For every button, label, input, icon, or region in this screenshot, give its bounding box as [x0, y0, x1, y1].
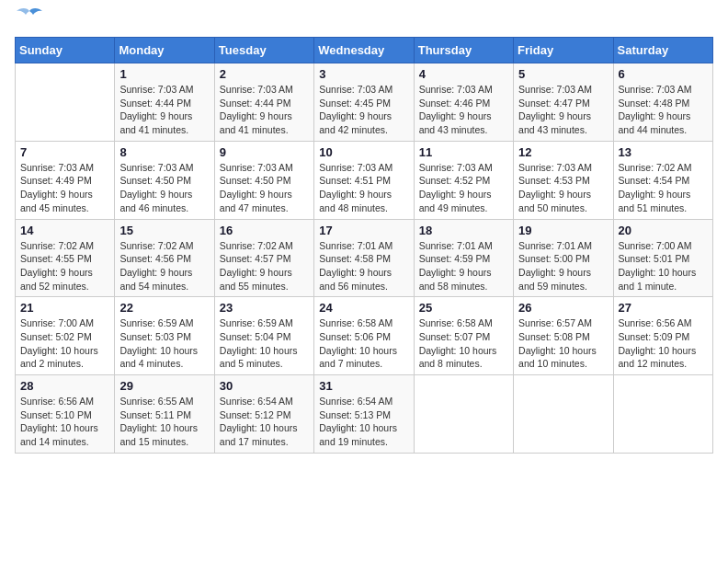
page-header [15, 15, 713, 26]
day-number: 17 [319, 224, 408, 237]
day-number: 19 [518, 224, 608, 237]
day-info: Sunrise: 7:02 AMSunset: 4:57 PMDaylight:… [220, 239, 309, 293]
calendar-cell [16, 63, 115, 142]
header-wednesday: Wednesday [314, 38, 414, 63]
day-number: 4 [419, 67, 508, 81]
day-info: Sunrise: 7:03 AMSunset: 4:53 PMDaylight:… [518, 161, 608, 215]
day-number: 16 [220, 224, 309, 237]
day-info: Sunrise: 7:03 AMSunset: 4:47 PMDaylight:… [518, 83, 608, 137]
header-tuesday: Tuesday [214, 38, 313, 63]
day-number: 20 [619, 224, 708, 237]
calendar-cell: 5Sunrise: 7:03 AMSunset: 4:47 PMDaylight… [514, 63, 613, 142]
calendar-week-4: 21Sunrise: 7:00 AMSunset: 5:02 PMDayligh… [16, 297, 713, 375]
day-info: Sunrise: 6:59 AMSunset: 5:03 PMDaylight:… [119, 316, 209, 371]
day-number: 27 [619, 301, 708, 315]
day-info: Sunrise: 7:03 AMSunset: 4:51 PMDaylight:… [319, 161, 408, 215]
calendar-cell: 13Sunrise: 7:02 AMSunset: 4:54 PMDayligh… [613, 141, 712, 219]
calendar-cell: 16Sunrise: 7:02 AMSunset: 4:57 PMDayligh… [214, 219, 313, 297]
day-info: Sunrise: 7:03 AMSunset: 4:49 PMDaylight:… [20, 161, 109, 215]
day-number: 22 [119, 301, 209, 315]
day-info: Sunrise: 7:02 AMSunset: 4:55 PMDaylight:… [20, 239, 109, 293]
calendar-cell: 18Sunrise: 7:01 AMSunset: 4:59 PMDayligh… [414, 219, 513, 297]
calendar-week-1: 1Sunrise: 7:03 AMSunset: 4:44 PMDaylight… [16, 63, 713, 142]
day-number: 30 [220, 379, 309, 393]
day-info: Sunrise: 6:54 AMSunset: 5:12 PMDaylight:… [220, 395, 309, 449]
day-info: Sunrise: 6:59 AMSunset: 5:04 PMDaylight:… [220, 316, 309, 371]
day-info: Sunrise: 6:56 AMSunset: 5:09 PMDaylight:… [619, 316, 708, 371]
header-thursday: Thursday [414, 38, 513, 63]
calendar-cell [613, 375, 712, 454]
calendar-cell: 2Sunrise: 7:03 AMSunset: 4:44 PMDaylight… [214, 63, 313, 142]
calendar-cell: 12Sunrise: 7:03 AMSunset: 4:53 PMDayligh… [514, 141, 613, 219]
day-number: 21 [20, 301, 109, 315]
day-info: Sunrise: 7:03 AMSunset: 4:44 PMDaylight:… [119, 83, 209, 137]
day-number: 8 [119, 145, 209, 159]
calendar-cell: 4Sunrise: 7:03 AMSunset: 4:46 PMDaylight… [414, 63, 513, 142]
day-number: 12 [518, 145, 608, 159]
day-number: 6 [619, 67, 708, 81]
day-info: Sunrise: 7:03 AMSunset: 4:50 PMDaylight:… [119, 161, 209, 215]
day-number: 24 [319, 301, 408, 315]
day-number: 18 [419, 224, 508, 237]
day-info: Sunrise: 7:02 AMSunset: 4:56 PMDaylight:… [119, 239, 209, 293]
calendar-cell: 26Sunrise: 6:57 AMSunset: 5:08 PMDayligh… [514, 297, 613, 375]
calendar-cell: 22Sunrise: 6:59 AMSunset: 5:03 PMDayligh… [115, 297, 214, 375]
calendar-cell: 29Sunrise: 6:55 AMSunset: 5:11 PMDayligh… [115, 375, 214, 454]
day-info: Sunrise: 7:02 AMSunset: 4:54 PMDaylight:… [619, 161, 708, 215]
calendar-cell: 15Sunrise: 7:02 AMSunset: 4:56 PMDayligh… [115, 219, 214, 297]
day-number: 9 [220, 145, 309, 159]
day-info: Sunrise: 7:03 AMSunset: 4:52 PMDaylight:… [419, 161, 508, 215]
day-info: Sunrise: 7:03 AMSunset: 4:45 PMDaylight:… [319, 83, 408, 137]
calendar-cell: 21Sunrise: 7:00 AMSunset: 5:02 PMDayligh… [16, 297, 115, 375]
day-info: Sunrise: 6:58 AMSunset: 5:06 PMDaylight:… [319, 316, 408, 371]
calendar-cell: 17Sunrise: 7:01 AMSunset: 4:58 PMDayligh… [314, 219, 414, 297]
calendar-cell: 14Sunrise: 7:02 AMSunset: 4:55 PMDayligh… [16, 219, 115, 297]
calendar-cell: 23Sunrise: 6:59 AMSunset: 5:04 PMDayligh… [214, 297, 313, 375]
calendar-cell: 27Sunrise: 6:56 AMSunset: 5:09 PMDayligh… [613, 297, 712, 375]
calendar-cell: 9Sunrise: 7:03 AMSunset: 4:50 PMDaylight… [214, 141, 313, 219]
day-info: Sunrise: 7:01 AMSunset: 5:00 PMDaylight:… [518, 239, 608, 293]
calendar-cell: 1Sunrise: 7:03 AMSunset: 4:44 PMDaylight… [115, 63, 214, 142]
day-info: Sunrise: 7:03 AMSunset: 4:46 PMDaylight:… [419, 83, 508, 137]
calendar-header-row: Sunday Monday Tuesday Wednesday Thursday… [16, 38, 713, 63]
header-monday: Monday [115, 38, 214, 63]
day-number: 5 [518, 67, 608, 81]
day-number: 11 [419, 145, 508, 159]
day-number: 15 [119, 224, 209, 237]
calendar-cell: 25Sunrise: 6:58 AMSunset: 5:07 PMDayligh… [414, 297, 513, 375]
day-number: 2 [220, 67, 309, 81]
calendar-cell: 3Sunrise: 7:03 AMSunset: 4:45 PMDaylight… [314, 63, 414, 142]
calendar-week-2: 7Sunrise: 7:03 AMSunset: 4:49 PMDaylight… [16, 141, 713, 219]
day-number: 1 [119, 67, 209, 81]
day-info: Sunrise: 7:01 AMSunset: 4:58 PMDaylight:… [319, 239, 408, 293]
day-number: 14 [20, 224, 109, 237]
calendar-week-5: 28Sunrise: 6:56 AMSunset: 5:10 PMDayligh… [16, 375, 713, 454]
day-number: 13 [619, 145, 708, 159]
day-number: 29 [119, 379, 209, 393]
day-number: 3 [319, 67, 408, 81]
calendar-cell [414, 375, 513, 454]
day-info: Sunrise: 7:00 AMSunset: 5:02 PMDaylight:… [20, 316, 109, 371]
calendar-table: Sunday Monday Tuesday Wednesday Thursday… [15, 37, 713, 454]
day-number: 28 [20, 379, 109, 393]
calendar-cell: 24Sunrise: 6:58 AMSunset: 5:06 PMDayligh… [314, 297, 414, 375]
calendar-cell: 20Sunrise: 7:00 AMSunset: 5:01 PMDayligh… [613, 219, 712, 297]
header-friday: Friday [514, 38, 613, 63]
header-saturday: Saturday [613, 38, 712, 63]
logo-bird-icon [17, 7, 42, 26]
calendar-cell: 6Sunrise: 7:03 AMSunset: 4:48 PMDaylight… [613, 63, 712, 142]
day-number: 23 [220, 301, 309, 315]
header-sunday: Sunday [16, 38, 115, 63]
day-number: 26 [518, 301, 608, 315]
calendar-cell: 11Sunrise: 7:03 AMSunset: 4:52 PMDayligh… [414, 141, 513, 219]
day-info: Sunrise: 7:03 AMSunset: 4:44 PMDaylight:… [220, 83, 309, 137]
day-info: Sunrise: 6:57 AMSunset: 5:08 PMDaylight:… [518, 316, 608, 371]
calendar-cell: 31Sunrise: 6:54 AMSunset: 5:13 PMDayligh… [314, 375, 414, 454]
calendar-cell: 30Sunrise: 6:54 AMSunset: 5:12 PMDayligh… [214, 375, 313, 454]
day-number: 10 [319, 145, 408, 159]
calendar-cell: 7Sunrise: 7:03 AMSunset: 4:49 PMDaylight… [16, 141, 115, 219]
day-number: 31 [319, 379, 408, 393]
day-info: Sunrise: 6:58 AMSunset: 5:07 PMDaylight:… [419, 316, 508, 371]
calendar-cell: 10Sunrise: 7:03 AMSunset: 4:51 PMDayligh… [314, 141, 414, 219]
day-info: Sunrise: 6:55 AMSunset: 5:11 PMDaylight:… [119, 395, 209, 449]
